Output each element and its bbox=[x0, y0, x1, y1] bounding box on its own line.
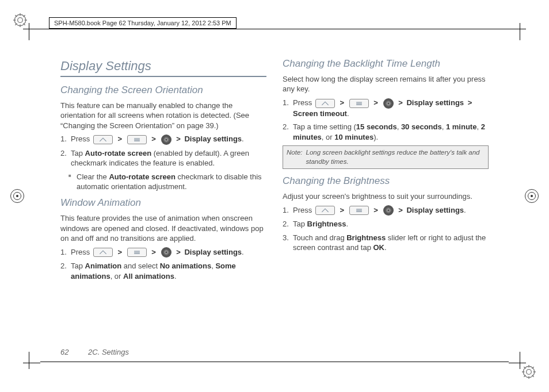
chevron-right-icon: > bbox=[398, 98, 403, 107]
body-text: This feature can be manually enabled to … bbox=[60, 101, 266, 131]
chevron-right-icon: > bbox=[340, 98, 344, 107]
subsection-heading: Changing the Screen Orientation bbox=[60, 84, 266, 97]
chevron-right-icon: > bbox=[176, 134, 181, 143]
note-box: Note: Long screen backlight settings red… bbox=[283, 145, 489, 169]
ui-label: Brightness bbox=[346, 233, 386, 242]
step-text: Touch and drag bbox=[293, 233, 346, 242]
body-text: This feature provides the use of animati… bbox=[60, 213, 266, 244]
step-text: Tap a time setting ( bbox=[293, 122, 356, 131]
step-list: 1. Press > > > Display settings > Screen… bbox=[283, 98, 489, 142]
step-number: 2. bbox=[60, 148, 67, 159]
period: . bbox=[464, 206, 466, 214]
subsection-heading: Changing the Brightness bbox=[283, 175, 489, 188]
registration-mark-left bbox=[10, 189, 24, 203]
step-number: 2. bbox=[60, 261, 67, 271]
page-content: Display Settings Changing the Screen Ori… bbox=[60, 57, 489, 340]
step-text: Tap bbox=[71, 262, 85, 270]
step-number: 2. bbox=[283, 122, 289, 132]
option-label: 10 minutes bbox=[334, 133, 373, 141]
step-item: 3. Touch and drag Brightness slider left… bbox=[293, 233, 489, 253]
section-title: Display Settings bbox=[60, 57, 266, 75]
subsection-heading: Window Animation bbox=[60, 197, 266, 210]
menu-label: Display settings bbox=[184, 134, 242, 143]
chevron-right-icon: > bbox=[117, 134, 122, 143]
step-text: and select bbox=[121, 262, 160, 270]
step-text: Press bbox=[293, 98, 312, 107]
step-text: , or bbox=[322, 133, 334, 141]
menu-label: Display settings bbox=[184, 248, 242, 256]
settings-gear-icon bbox=[383, 205, 394, 216]
menu-key-icon bbox=[349, 206, 369, 215]
option-label: No animations bbox=[160, 262, 212, 270]
step-text: Press bbox=[71, 134, 90, 143]
ui-label: Animation bbox=[85, 262, 122, 270]
menu-label: Screen timeout bbox=[293, 109, 347, 118]
home-key-icon bbox=[93, 248, 113, 257]
step-text: Press bbox=[293, 206, 312, 214]
step-number: 2. bbox=[283, 219, 289, 229]
registration-mark-right bbox=[525, 189, 539, 203]
step-list: 1. Press > > > Display settings. 2. Tap … bbox=[60, 134, 266, 168]
chevron-right-icon: > bbox=[151, 134, 156, 143]
chevron-right-icon: > bbox=[398, 206, 403, 214]
menu-label: Display settings bbox=[406, 98, 464, 107]
step-text: . bbox=[346, 220, 348, 228]
top-rule bbox=[40, 29, 509, 29]
menu-key-icon bbox=[127, 135, 147, 144]
chevron-right-icon: > bbox=[373, 206, 378, 214]
note-text: Long screen backlight settings reduce th… bbox=[306, 148, 485, 166]
chevron-right-icon: > bbox=[468, 98, 472, 107]
step-number: 3. bbox=[283, 233, 289, 243]
step-list: 1. Press > > > Display settings. 2. Tap … bbox=[283, 205, 489, 253]
step-number: 1. bbox=[283, 98, 289, 108]
home-key-icon bbox=[315, 99, 335, 108]
svg-point-10 bbox=[387, 209, 390, 212]
bullet-text: Clear the bbox=[77, 172, 109, 181]
home-key-icon bbox=[315, 206, 335, 215]
step-item: 2. Tap a time setting (15 seconds, 30 se… bbox=[293, 122, 489, 142]
subsection-heading: Changing the Backlight Time Length bbox=[283, 57, 489, 71]
step-item: 2. Tap Auto-rotate screen (enabled by de… bbox=[71, 148, 266, 168]
step-text: Tap bbox=[71, 149, 85, 157]
step-item: 1. Press > > > Display settings. bbox=[71, 247, 266, 258]
sub-bullet: Clear the Auto-rotate screen checkmark t… bbox=[60, 172, 266, 192]
step-text: , or bbox=[110, 272, 123, 280]
step-number: 1. bbox=[60, 247, 67, 258]
option-label: 15 seconds bbox=[356, 122, 397, 131]
page-footer: 62 2C. Settings bbox=[60, 348, 129, 356]
settings-gear-icon bbox=[161, 247, 171, 258]
step-text: ). bbox=[373, 133, 378, 141]
menu-key-icon bbox=[349, 99, 369, 108]
step-item: 1. Press > > > Display settings. bbox=[71, 134, 266, 145]
svg-point-0 bbox=[18, 18, 23, 23]
settings-gear-icon bbox=[383, 98, 394, 109]
ui-label: OK bbox=[373, 243, 384, 252]
step-item: 1. Press > > > Display settings. bbox=[293, 205, 489, 216]
period: . bbox=[242, 134, 244, 143]
step-text: Tap bbox=[293, 220, 307, 228]
chapter-label: 2C. Settings bbox=[88, 348, 129, 356]
step-number: 1. bbox=[60, 134, 67, 144]
period: . bbox=[347, 109, 349, 118]
chevron-right-icon: > bbox=[176, 248, 181, 256]
gear-icon bbox=[13, 13, 28, 28]
chevron-right-icon: > bbox=[373, 98, 378, 107]
bottom-rule bbox=[40, 362, 509, 362]
svg-point-2 bbox=[527, 370, 532, 375]
step-text: , bbox=[397, 122, 401, 131]
right-column: Changing the Backlight Time Length Selec… bbox=[283, 57, 489, 340]
option-label: 1 minute bbox=[446, 122, 476, 131]
ui-label: Auto-rotate screen bbox=[109, 172, 176, 181]
note-label: Note: bbox=[287, 148, 303, 166]
option-label: All animations bbox=[123, 272, 174, 280]
svg-point-6 bbox=[165, 251, 167, 254]
period: . bbox=[242, 248, 244, 256]
svg-point-9 bbox=[386, 101, 390, 105]
svg-point-8 bbox=[387, 102, 390, 105]
step-text: . bbox=[174, 272, 177, 280]
menu-label: Display settings bbox=[406, 206, 464, 214]
step-text: , bbox=[476, 122, 481, 131]
body-text: Adjust your screen's brightness to suit … bbox=[283, 191, 489, 202]
body-text: Select how long the display screen remai… bbox=[283, 74, 489, 94]
step-text: , bbox=[442, 122, 446, 131]
